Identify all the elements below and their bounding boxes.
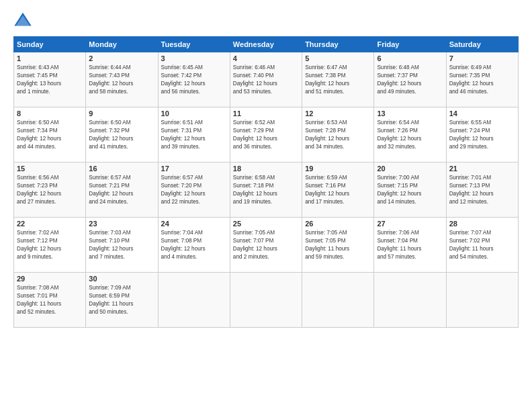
day-cell-5: 5Sunrise: 6:47 AM Sunset: 7:38 PM Daylig…: [302, 52, 374, 107]
day-number: 21: [449, 165, 515, 173]
day-cell-4: 4Sunrise: 6:46 AM Sunset: 7:40 PM Daylig…: [230, 52, 302, 107]
empty-cell: [446, 273, 518, 328]
day-info: Sunrise: 7:05 AM Sunset: 7:07 PM Dayligh…: [233, 229, 299, 261]
day-cell-8: 8Sunrise: 6:50 AM Sunset: 7:34 PM Daylig…: [14, 107, 86, 163]
day-cell-25: 25Sunrise: 7:05 AM Sunset: 7:07 PM Dayli…: [230, 218, 302, 273]
logo-icon: [13, 11, 32, 30]
day-cell-2: 2Sunrise: 6:44 AM Sunset: 7:43 PM Daylig…: [86, 52, 158, 107]
day-number: 2: [89, 54, 154, 62]
day-cell-7: 7Sunrise: 6:49 AM Sunset: 7:35 PM Daylig…: [446, 52, 518, 107]
day-info: Sunrise: 6:57 AM Sunset: 7:20 PM Dayligh…: [161, 174, 227, 206]
day-info: Sunrise: 6:55 AM Sunset: 7:24 PM Dayligh…: [449, 119, 515, 151]
day-number: 9: [89, 109, 154, 118]
day-number: 8: [17, 109, 83, 118]
day-cell-3: 3Sunrise: 6:45 AM Sunset: 7:42 PM Daylig…: [158, 52, 230, 107]
week-row-3: 15Sunrise: 6:56 AM Sunset: 7:23 PM Dayli…: [14, 163, 519, 218]
day-info: Sunrise: 7:02 AM Sunset: 7:12 PM Dayligh…: [17, 229, 83, 261]
day-number: 25: [233, 220, 299, 228]
day-number: 16: [89, 165, 154, 173]
day-cell-21: 21Sunrise: 7:01 AM Sunset: 7:13 PM Dayli…: [446, 163, 518, 218]
day-cell-10: 10Sunrise: 6:51 AM Sunset: 7:31 PM Dayli…: [158, 107, 230, 163]
day-info: Sunrise: 6:58 AM Sunset: 7:18 PM Dayligh…: [233, 174, 299, 206]
day-number: 10: [161, 109, 227, 118]
day-cell-14: 14Sunrise: 6:55 AM Sunset: 7:24 PM Dayli…: [446, 107, 518, 163]
day-cell-19: 19Sunrise: 6:59 AM Sunset: 7:16 PM Dayli…: [302, 163, 374, 218]
day-number: 3: [161, 54, 227, 62]
day-number: 29: [17, 275, 83, 283]
week-row-1: 1Sunrise: 6:43 AM Sunset: 7:45 PM Daylig…: [14, 52, 519, 107]
col-sunday: Sunday: [14, 37, 86, 52]
header: [13, 11, 519, 30]
day-cell-26: 26Sunrise: 7:05 AM Sunset: 7:05 PM Dayli…: [302, 218, 374, 273]
day-info: Sunrise: 7:07 AM Sunset: 7:02 PM Dayligh…: [449, 229, 515, 261]
day-info: Sunrise: 6:53 AM Sunset: 7:28 PM Dayligh…: [305, 119, 371, 151]
empty-cell: [302, 273, 374, 328]
day-info: Sunrise: 7:09 AM Sunset: 6:59 PM Dayligh…: [89, 284, 154, 316]
day-info: Sunrise: 6:50 AM Sunset: 7:32 PM Dayligh…: [89, 119, 154, 151]
day-number: 24: [161, 220, 227, 228]
day-info: Sunrise: 6:44 AM Sunset: 7:43 PM Dayligh…: [89, 64, 154, 96]
day-cell-13: 13Sunrise: 6:54 AM Sunset: 7:26 PM Dayli…: [374, 107, 446, 163]
day-number: 26: [305, 220, 371, 228]
day-number: 7: [449, 54, 515, 62]
day-cell-9: 9Sunrise: 6:50 AM Sunset: 7:32 PM Daylig…: [86, 107, 158, 163]
day-info: Sunrise: 7:01 AM Sunset: 7:13 PM Dayligh…: [449, 174, 515, 206]
col-friday: Friday: [374, 37, 446, 52]
col-monday: Monday: [86, 37, 158, 52]
day-info: Sunrise: 7:05 AM Sunset: 7:05 PM Dayligh…: [305, 229, 371, 261]
day-cell-23: 23Sunrise: 7:03 AM Sunset: 7:10 PM Dayli…: [86, 218, 158, 273]
calendar-table: SundayMondayTuesdayWednesdayThursdayFrid…: [13, 36, 519, 328]
day-number: 19: [305, 165, 371, 173]
day-info: Sunrise: 6:49 AM Sunset: 7:35 PM Dayligh…: [449, 64, 515, 96]
day-cell-20: 20Sunrise: 7:00 AM Sunset: 7:15 PM Dayli…: [374, 163, 446, 218]
day-number: 12: [305, 109, 371, 118]
day-number: 6: [377, 54, 443, 62]
day-info: Sunrise: 6:47 AM Sunset: 7:38 PM Dayligh…: [305, 64, 371, 96]
col-tuesday: Tuesday: [158, 37, 230, 52]
day-info: Sunrise: 6:46 AM Sunset: 7:40 PM Dayligh…: [233, 64, 299, 96]
day-cell-15: 15Sunrise: 6:56 AM Sunset: 7:23 PM Dayli…: [14, 163, 86, 218]
day-info: Sunrise: 6:52 AM Sunset: 7:29 PM Dayligh…: [233, 119, 299, 151]
day-number: 17: [161, 165, 227, 173]
day-cell-22: 22Sunrise: 7:02 AM Sunset: 7:12 PM Dayli…: [14, 218, 86, 273]
day-cell-11: 11Sunrise: 6:52 AM Sunset: 7:29 PM Dayli…: [230, 107, 302, 163]
day-cell-18: 18Sunrise: 6:58 AM Sunset: 7:18 PM Dayli…: [230, 163, 302, 218]
day-number: 14: [449, 109, 515, 118]
day-info: Sunrise: 7:08 AM Sunset: 7:01 PM Dayligh…: [17, 284, 83, 316]
day-cell-6: 6Sunrise: 6:48 AM Sunset: 7:37 PM Daylig…: [374, 52, 446, 107]
day-info: Sunrise: 6:54 AM Sunset: 7:26 PM Dayligh…: [377, 119, 443, 151]
day-number: 27: [377, 220, 443, 228]
day-info: Sunrise: 6:59 AM Sunset: 7:16 PM Dayligh…: [305, 174, 371, 206]
day-cell-28: 28Sunrise: 7:07 AM Sunset: 7:02 PM Dayli…: [446, 218, 518, 273]
day-info: Sunrise: 7:00 AM Sunset: 7:15 PM Dayligh…: [377, 174, 443, 206]
day-cell-24: 24Sunrise: 7:04 AM Sunset: 7:08 PM Dayli…: [158, 218, 230, 273]
week-row-5: 29Sunrise: 7:08 AM Sunset: 7:01 PM Dayli…: [14, 273, 519, 328]
day-cell-16: 16Sunrise: 6:57 AM Sunset: 7:21 PM Dayli…: [86, 163, 158, 218]
day-number: 5: [305, 54, 371, 62]
day-number: 11: [233, 109, 299, 118]
col-saturday: Saturday: [446, 37, 518, 52]
day-info: Sunrise: 6:57 AM Sunset: 7:21 PM Dayligh…: [89, 174, 154, 206]
day-number: 20: [377, 165, 443, 173]
day-cell-17: 17Sunrise: 6:57 AM Sunset: 7:20 PM Dayli…: [158, 163, 230, 218]
day-cell-12: 12Sunrise: 6:53 AM Sunset: 7:28 PM Dayli…: [302, 107, 374, 163]
day-cell-27: 27Sunrise: 7:06 AM Sunset: 7:04 PM Dayli…: [374, 218, 446, 273]
day-number: 30: [89, 275, 154, 283]
day-number: 22: [17, 220, 83, 228]
empty-cell: [158, 273, 230, 328]
logo: [13, 11, 35, 30]
day-info: Sunrise: 6:56 AM Sunset: 7:23 PM Dayligh…: [17, 174, 83, 206]
day-number: 28: [449, 220, 515, 228]
day-number: 13: [377, 109, 443, 118]
header-row: SundayMondayTuesdayWednesdayThursdayFrid…: [14, 37, 519, 52]
day-info: Sunrise: 6:48 AM Sunset: 7:37 PM Dayligh…: [377, 64, 443, 96]
empty-cell: [374, 273, 446, 328]
day-info: Sunrise: 7:06 AM Sunset: 7:04 PM Dayligh…: [377, 229, 443, 261]
day-cell-1: 1Sunrise: 6:43 AM Sunset: 7:45 PM Daylig…: [14, 52, 86, 107]
day-info: Sunrise: 7:04 AM Sunset: 7:08 PM Dayligh…: [161, 229, 227, 261]
day-number: 18: [233, 165, 299, 173]
col-wednesday: Wednesday: [230, 37, 302, 52]
week-row-2: 8Sunrise: 6:50 AM Sunset: 7:34 PM Daylig…: [14, 107, 519, 163]
day-cell-29: 29Sunrise: 7:08 AM Sunset: 7:01 PM Dayli…: [14, 273, 86, 328]
day-number: 4: [233, 54, 299, 62]
